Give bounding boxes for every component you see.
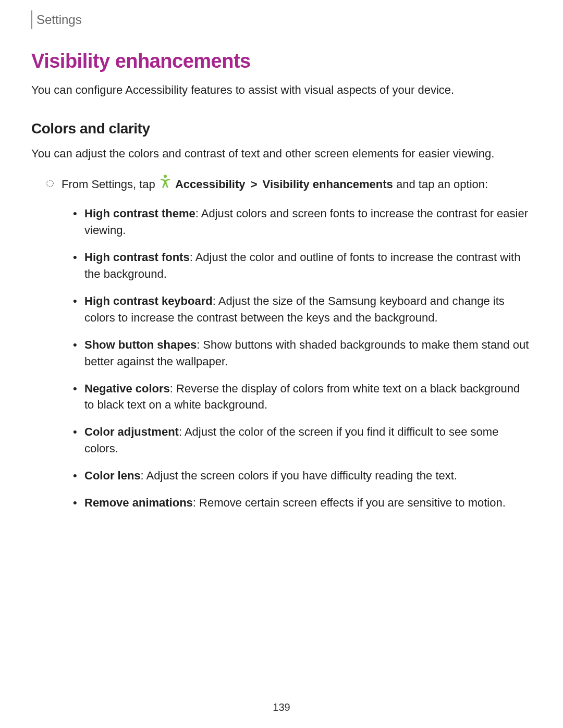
option-name: Color lens bbox=[84, 469, 141, 482]
page-intro: You can configure Accessibility features… bbox=[31, 82, 532, 98]
breadcrumb-header: Settings bbox=[31, 0, 532, 29]
instruction-prefix: From Settings, tap bbox=[62, 178, 158, 191]
instruction-text: From Settings, tap Accessibility > Visib… bbox=[62, 176, 532, 194]
dotted-circle-bullet-icon bbox=[46, 179, 54, 188]
option-desc: : Adjust the screen colors if you have d… bbox=[141, 469, 457, 482]
breadcrumb-label: Settings bbox=[36, 13, 82, 27]
section-title: Colors and clarity bbox=[31, 120, 532, 137]
accessibility-person-icon bbox=[160, 175, 171, 193]
list-item: Remove animations: Remove certain screen… bbox=[73, 495, 532, 511]
list-item: High contrast theme: Adjust colors and s… bbox=[73, 205, 532, 239]
list-item: Show button shapes: Show buttons with sh… bbox=[73, 337, 532, 370]
option-name: Remove animations bbox=[84, 496, 193, 509]
section-text: You can adjust the colors and contrast o… bbox=[31, 145, 532, 162]
list-item: Negative colors: Reverse the display of … bbox=[73, 380, 532, 414]
option-name: High contrast fonts bbox=[84, 251, 190, 264]
option-name: Negative colors bbox=[84, 382, 170, 395]
option-name: Show button shapes bbox=[84, 338, 197, 351]
page-title: Visibility enhancements bbox=[31, 50, 532, 72]
instruction-row: From Settings, tap Accessibility > Visib… bbox=[46, 176, 532, 194]
option-desc: : Remove certain screen effects if you a… bbox=[193, 496, 506, 509]
option-name: High contrast theme bbox=[84, 207, 195, 220]
list-item: High contrast keyboard: Adjust the size … bbox=[73, 293, 532, 326]
list-item: Color adjustment: Adjust the color of th… bbox=[73, 424, 532, 457]
page-number: 139 bbox=[0, 701, 563, 713]
svg-point-0 bbox=[47, 180, 53, 187]
options-list: High contrast theme: Adjust colors and s… bbox=[73, 205, 532, 511]
chevron-right-icon: > bbox=[251, 178, 258, 191]
list-item: Color lens: Adjust the screen colors if … bbox=[73, 467, 532, 484]
list-item: High contrast fonts: Adjust the color an… bbox=[73, 249, 532, 282]
header-divider bbox=[31, 10, 32, 29]
accessibility-label: Accessibility bbox=[175, 178, 246, 191]
svg-point-1 bbox=[164, 175, 167, 178]
path-label: Visibility enhancements bbox=[263, 178, 393, 191]
option-name: Color adjustment bbox=[84, 425, 179, 438]
option-name: High contrast keyboard bbox=[84, 294, 213, 307]
instruction-suffix: and tap an option: bbox=[396, 178, 488, 191]
